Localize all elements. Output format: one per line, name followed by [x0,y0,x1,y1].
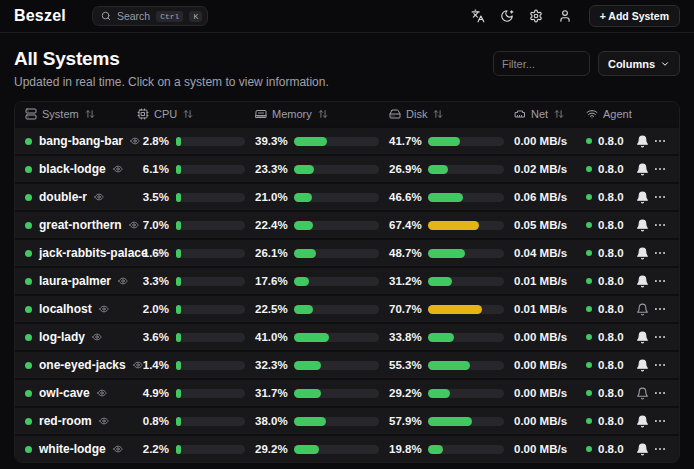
more-button[interactable] [653,437,667,461]
bell-button[interactable] [636,437,649,461]
bell-button[interactable] [636,353,649,377]
table-row[interactable]: jack-rabbits-palace 1.6% 26.1% 48.7% 0.0… [15,238,679,266]
add-system-button[interactable]: + Add System [589,5,680,27]
memory-meter-fill [294,193,312,202]
memory-value: 23.3% [255,163,287,175]
more-button[interactable] [653,241,667,265]
memory-meter [294,249,379,258]
disk-value: 46.6% [389,191,421,203]
agent-status-dot [586,390,592,396]
table-row[interactable]: white-lodge 2.2% 29.2% 19.8% 0.00 MB/s 0… [15,434,679,462]
memory-meter-fill [294,361,321,370]
cpu-value: 6.1% [137,163,169,175]
status-dot [25,138,32,145]
column-header-label: Agent [603,108,632,120]
more-button[interactable] [653,269,667,293]
bell-icon [636,331,649,344]
agent-version: 0.8.0 [598,247,624,259]
bell-button[interactable] [636,325,649,349]
gear-icon [529,9,543,23]
more-button[interactable] [653,129,667,153]
column-header-system[interactable]: System [25,108,137,120]
column-header-disk[interactable]: Disk [389,108,514,120]
agent-status-dot [586,334,592,340]
memory-value: 21.0% [255,191,287,203]
bell-button[interactable] [636,185,649,209]
more-button[interactable] [653,325,667,349]
disk-meter-fill [428,137,460,146]
settings-button[interactable] [525,5,547,27]
table-row[interactable]: red-room 0.8% 38.0% 57.9% 0.00 MB/s 0.8.… [15,406,679,434]
column-header-label: System [42,108,79,120]
table-row[interactable]: one-eyed-jacks 1.4% 32.3% 55.3% 0.00 MB/… [15,350,679,378]
table-row[interactable]: log-lady 3.6% 41.0% 33.8% 0.00 MB/s 0.8.… [15,322,679,350]
search-label: Search [117,10,150,22]
columns-button[interactable]: Columns [598,51,680,76]
language-button[interactable] [467,5,489,27]
more-button[interactable] [653,353,667,377]
eye-icon [97,388,107,398]
cpu-icon [137,108,149,120]
bell-button[interactable] [636,381,649,405]
more-button[interactable] [653,157,667,181]
bell-icon [636,443,649,456]
system-name: double-r [39,190,87,204]
column-header-memory[interactable]: Memory [255,108,389,120]
filter-input[interactable] [493,51,590,76]
column-header-agent[interactable]: Agent [586,108,641,120]
theme-toggle-button[interactable] [496,5,518,27]
more-button[interactable] [653,381,667,405]
agent-version: 0.8.0 [598,191,624,203]
bell-button[interactable] [636,409,649,433]
ellipsis-icon [653,442,667,456]
sort-icon [433,109,443,119]
table-row[interactable]: double-r 3.5% 21.0% 46.6% 0.06 MB/s 0.8.… [15,182,679,210]
column-header-cpu[interactable]: CPU [137,108,255,120]
table-row[interactable]: localhost 2.0% 22.5% 70.7% 0.01 MB/s 0.8… [15,294,679,322]
bell-icon [636,247,649,260]
cpu-meter [176,361,245,370]
disk-meter [428,165,504,174]
cpu-meter-fill [176,305,181,314]
column-header-net[interactable]: Net [514,108,586,120]
status-dot [25,222,32,229]
agent-status-dot [586,194,592,200]
bell-button[interactable] [636,213,649,237]
disk-value: 67.4% [389,219,421,231]
memory-meter [294,333,379,342]
table-row[interactable]: black-lodge 6.1% 23.3% 26.9% 0.02 MB/s 0… [15,154,679,182]
cpu-value: 2.2% [137,443,169,455]
memory-value: 22.4% [255,219,287,231]
bell-button[interactable] [636,129,649,153]
agent-status-dot [586,306,592,312]
bell-button[interactable] [636,269,649,293]
disk-meter-fill [428,417,472,426]
table-row[interactable]: bang-bang-bar 2.8% 39.3% 41.7% 0.00 MB/s… [15,126,679,154]
column-header-label: Net [531,108,548,120]
more-button[interactable] [653,297,667,321]
bell-icon [636,359,649,372]
bell-button[interactable] [636,297,649,321]
memory-meter-fill [294,165,314,174]
cpu-meter [176,137,245,146]
cpu-meter [176,165,245,174]
table-row[interactable]: great-northern 7.0% 22.4% 67.4% 0.05 MB/… [15,210,679,238]
table-row[interactable]: laura-palmer 3.3% 17.6% 31.2% 0.01 MB/s … [15,266,679,294]
search-button[interactable]: Search Ctrl K [92,6,208,26]
memory-meter-fill [294,305,313,314]
disk-meter [428,333,504,342]
more-button[interactable] [653,409,667,433]
disk-value: 48.7% [389,247,421,259]
more-button[interactable] [653,213,667,237]
ellipsis-icon [653,302,667,316]
net-value: 0.00 MB/s [514,135,567,147]
disk-value: 70.7% [389,303,421,315]
bell-button[interactable] [636,157,649,181]
user-button[interactable] [554,5,576,27]
app-logo[interactable]: Beszel [14,7,66,25]
bell-button[interactable] [636,241,649,265]
user-icon [558,9,572,23]
table-row[interactable]: owl-cave 4.9% 31.7% 29.2% 0.00 MB/s 0.8.… [15,378,679,406]
more-button[interactable] [653,185,667,209]
moon-star-icon [500,9,514,23]
